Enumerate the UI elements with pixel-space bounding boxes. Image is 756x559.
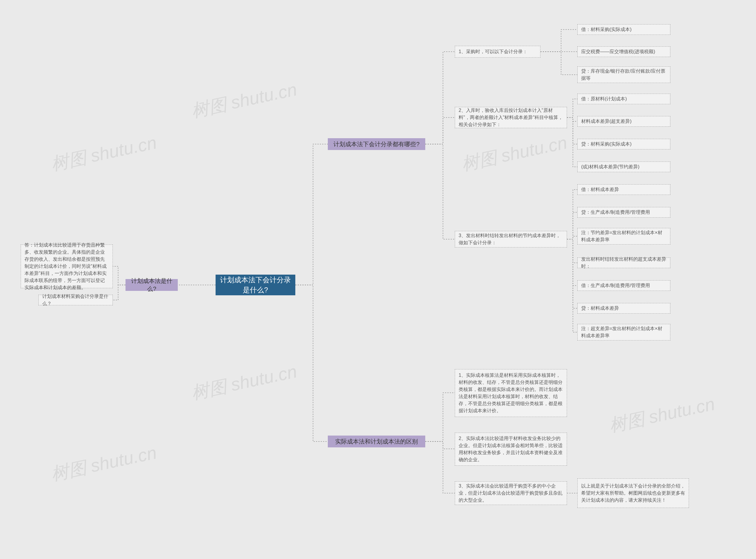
branch-diff[interactable]: 实际成本法和计划成本法的区别 xyxy=(328,435,425,447)
leaf-b2-s1-l2[interactable]: 应交税费——应交增值税(进项税额) xyxy=(577,46,670,57)
leaf-b2-s1-l1[interactable]: 借：材料采购(实际成本) xyxy=(577,24,670,35)
branch-what-is[interactable]: 计划成本法是什么? xyxy=(126,279,178,291)
leaf-b2-s3-l3[interactable]: 注：节约差异=发出材料的计划成本×材料成本差异率 xyxy=(577,228,670,245)
leaf-b2-s3-l4[interactable]: 发出材料时结转发出材料的超支成本差异时： xyxy=(577,258,670,268)
watermark: 树图 shutu.cn xyxy=(189,78,299,124)
watermark: 树图 shutu.cn xyxy=(49,131,159,177)
watermark: 树图 shutu.cn xyxy=(49,441,159,487)
watermark: 树图 shutu.cn xyxy=(189,360,299,405)
leaf-b2-s3[interactable]: 3、发出材料时结转发出材料的节约成本差异时，做如下会计分录： xyxy=(455,231,567,247)
leaf-b2-s2[interactable]: 2、入库时，验收入库后按计划成本计入"原材料"，两者的差额计入"材料成本差异"科… xyxy=(455,107,567,128)
leaf-b3-l3[interactable]: 3、实际成本法会比较适用于购货不多的中小企业，但是计划成本法会比较适用于购货较多… xyxy=(455,481,567,505)
leaf-b2-s1-l3[interactable]: 贷：库存现金/银行存款/应付账款/应付票据等 xyxy=(577,66,670,83)
leaf-b2-s3-l6[interactable]: 贷：材料成本差异 xyxy=(577,303,670,314)
leaf-b3-l2[interactable]: 2、实际成本法比较适用于材料收发业务比较少的企业。但是计划成本法核算会相对简单些… xyxy=(455,432,567,466)
leaf-b2-s1[interactable]: 1、采购时，可以以下会计分录： xyxy=(455,46,540,58)
watermark: 树图 shutu.cn xyxy=(460,131,569,177)
leaf-b3-l3-sub[interactable]: 以上就是关于计划成本法下会计分录的全部介绍，希望对大家有所帮助。树图网后续也会更… xyxy=(577,478,689,508)
connector-lines xyxy=(0,0,756,559)
leaf-b2-s3-l1[interactable]: 借：材料成本差异 xyxy=(577,184,670,195)
branch-entries[interactable]: 计划成本法下会计分录都有哪些? xyxy=(328,138,425,150)
leaf-b1-l2[interactable]: 计划成本材料采购会计分录是什么？ xyxy=(38,295,113,305)
leaf-b2-s3-l2[interactable]: 贷：生产成本/制造费用/管理费用 xyxy=(577,207,670,218)
leaf-b2-s2-l2[interactable]: 材料成本差异(超支差异) xyxy=(577,116,670,127)
root-node[interactable]: 计划成本法下会计分录是什么? xyxy=(216,275,295,295)
leaf-b2-s2-l4[interactable]: (或)材料成本差异(节约差异) xyxy=(577,161,670,172)
leaf-b3-l1[interactable]: 1、实际成本核算法是材料采用实际成本核算时，材料的收发、结存，不管是总分类核算还… xyxy=(455,369,567,417)
watermark: 树图 shutu.cn xyxy=(607,392,717,438)
leaf-b2-s2-l3[interactable]: 贷：材料采购(实际成本) xyxy=(577,139,670,150)
leaf-b2-s3-l5[interactable]: 借：生产成本/制造费用/管理费用 xyxy=(577,280,670,291)
leaf-b2-s2-l1[interactable]: 借：原材料(计划成本) xyxy=(577,94,670,104)
leaf-b1-l1[interactable]: 答：计划成本法比较适用于存货品种繁多、收发频繁的企业。具体指的是企业存货的收入、… xyxy=(21,245,113,288)
leaf-b2-s3-l7[interactable]: 注：超支差异=发出材料的计划成本×材料成本差异率 xyxy=(577,324,670,340)
